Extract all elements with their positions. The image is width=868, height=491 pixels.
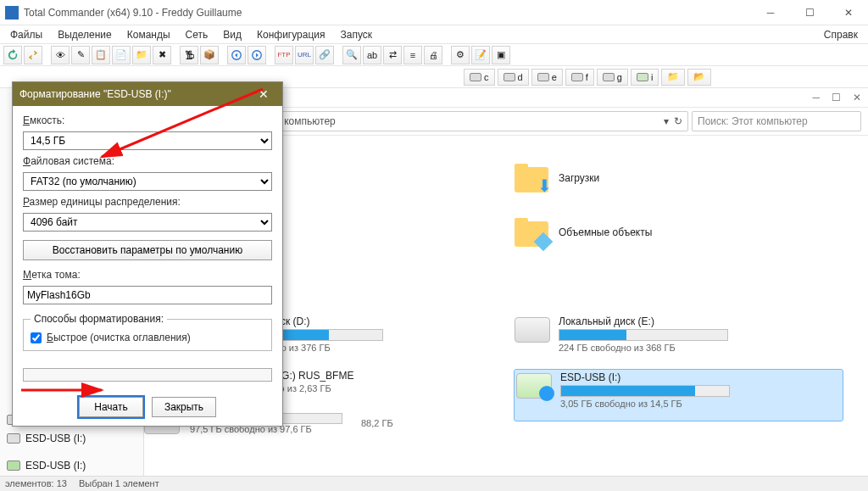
folder-downloads[interactable]: ⬇ Загрузки bbox=[515, 153, 843, 204]
tool-back-icon[interactable] bbox=[227, 46, 246, 64]
progress-bar bbox=[23, 368, 272, 382]
hdd-icon bbox=[515, 317, 550, 343]
minimize-button[interactable]: ─ bbox=[751, 0, 790, 25]
tool-forward-icon[interactable] bbox=[248, 46, 266, 64]
tool-cmd-icon[interactable]: ▣ bbox=[492, 46, 510, 64]
capacity-select[interactable]: 14,5 ГБ bbox=[23, 131, 272, 150]
tool-url-icon[interactable]: URL bbox=[295, 46, 314, 64]
tool-search-icon[interactable]: 🔍 bbox=[342, 46, 361, 64]
address-bar[interactable]: 💻 › Этот компьютер ▾ ↻ bbox=[227, 111, 688, 131]
tool-newfolder-icon[interactable]: 📁 bbox=[132, 46, 151, 64]
drive-i[interactable]: i bbox=[631, 69, 659, 86]
menu-config[interactable]: Конфигурация bbox=[250, 27, 332, 42]
dialog-title: Форматирование "ESD-USB (I:)" ✕ bbox=[13, 82, 282, 106]
panel-close-icon[interactable]: ✕ bbox=[853, 92, 861, 103]
tool-view-icon[interactable]: 👁 bbox=[51, 46, 70, 64]
alloc-label: Размер единицы распределения: bbox=[23, 196, 272, 208]
refresh-icon[interactable]: ↻ bbox=[674, 115, 682, 127]
drive-parent-icon[interactable]: 📂 bbox=[687, 69, 711, 86]
drive-network-icon[interactable]: 📁 bbox=[661, 69, 685, 86]
folder-3dobjects[interactable]: Объемные объекты bbox=[515, 207, 843, 258]
menu-files[interactable]: Файлы bbox=[3, 27, 49, 42]
drive-g[interactable]: g bbox=[597, 69, 628, 86]
search-input[interactable]: Поиск: Этот компьютер bbox=[692, 111, 861, 131]
filesystem-select[interactable]: FAT32 (по умолчанию) bbox=[23, 172, 272, 191]
quick-format-checkbox[interactable]: Быстрое (очистка оглавления) bbox=[31, 332, 264, 343]
tool-delete-icon[interactable]: ✖ bbox=[153, 46, 171, 64]
drive-item-i[interactable]: ESD-USB (I:) 3,05 ГБ свободно из 14,5 ГБ bbox=[515, 370, 843, 421]
toolbar-main: 👁 ✎ 📋 📄 📁 ✖ 🗜 📦 FTP URL 🔗 🔍 ab ⇄ ≡ 🖨 ⚙ 📝… bbox=[0, 44, 868, 66]
tool-rename-icon[interactable]: ab bbox=[363, 46, 381, 64]
maximize-button[interactable]: ☐ bbox=[790, 0, 829, 25]
format-dialog: Форматирование "ESD-USB (I:)" ✕ Емкость:… bbox=[12, 81, 283, 427]
allocation-select[interactable]: 4096 байт bbox=[23, 213, 272, 232]
app-icon bbox=[5, 6, 19, 20]
menu-launch[interactable]: Запуск bbox=[334, 27, 380, 42]
statusbar: элементов: 13 Выбран 1 элемент bbox=[0, 476, 868, 491]
close-button[interactable]: ✕ bbox=[829, 0, 868, 25]
volume-input[interactable] bbox=[23, 286, 272, 304]
close-button[interactable]: Закрыть bbox=[152, 397, 216, 417]
tool-notepad-icon[interactable]: 📝 bbox=[471, 46, 490, 64]
restore-defaults-button[interactable]: Восстановить параметры по умолчанию bbox=[23, 240, 272, 260]
titlebar: Total Commander (x64) 9.10 - Freddy Guil… bbox=[0, 0, 868, 25]
tool-refresh-icon[interactable] bbox=[3, 46, 22, 64]
tool-ftpnew-icon[interactable]: 🔗 bbox=[315, 46, 334, 64]
tree-item-esd1[interactable]: ESD-USB (I:) bbox=[0, 429, 143, 448]
start-button[interactable]: Начать bbox=[79, 397, 143, 417]
drive-item-e[interactable]: Локальный диск (E:) 224 ГБ свободно из 3… bbox=[515, 315, 843, 366]
tool-edit-icon[interactable]: ✎ bbox=[71, 46, 90, 64]
fs-label: Файловая система: bbox=[23, 155, 272, 167]
tool-settings-icon[interactable]: ⚙ bbox=[451, 46, 470, 64]
window-title: Total Commander (x64) 9.10 - Freddy Guil… bbox=[24, 7, 751, 19]
capacity-label: Емкость: bbox=[23, 114, 272, 126]
tool-ftp-icon[interactable]: FTP bbox=[275, 46, 293, 64]
dialog-close-icon[interactable]: ✕ bbox=[252, 82, 275, 106]
tool-move-icon[interactable]: 📄 bbox=[112, 46, 131, 64]
menu-net[interactable]: Сеть bbox=[179, 27, 215, 42]
drive-f[interactable]: f bbox=[565, 69, 594, 86]
menu-help[interactable]: Справк bbox=[817, 27, 865, 42]
tool-pack-icon[interactable]: 🗜 bbox=[180, 46, 198, 64]
tool-unpack-icon[interactable]: 📦 bbox=[200, 46, 219, 64]
drive-e[interactable]: e bbox=[531, 69, 563, 86]
tree-item-esd2[interactable]: ESD-USB (I:) bbox=[0, 456, 143, 475]
tool-compare-icon[interactable]: ≡ bbox=[403, 46, 422, 64]
tool-print-icon[interactable]: 🖨 bbox=[424, 46, 442, 64]
menu-selection[interactable]: Выделение bbox=[51, 27, 119, 42]
panel-max-icon[interactable]: ☐ bbox=[832, 92, 841, 103]
methods-legend: Способы форматирования: bbox=[31, 313, 167, 325]
menu-view[interactable]: Вид bbox=[216, 27, 248, 42]
drive-d[interactable]: d bbox=[498, 69, 529, 86]
tool-swap-icon[interactable] bbox=[24, 46, 42, 64]
menu-commands[interactable]: Команды bbox=[120, 27, 177, 42]
tool-copy-icon[interactable]: 📋 bbox=[92, 46, 110, 64]
tool-sync-icon[interactable]: ⇄ bbox=[383, 46, 402, 64]
drive-c[interactable]: c bbox=[464, 69, 495, 86]
panel-min-icon[interactable]: ─ bbox=[812, 92, 820, 103]
menubar: Файлы Выделение Команды Сеть Вид Конфигу… bbox=[0, 25, 868, 44]
usb-icon bbox=[516, 373, 552, 399]
volume-label: Метка тома: bbox=[23, 269, 272, 281]
